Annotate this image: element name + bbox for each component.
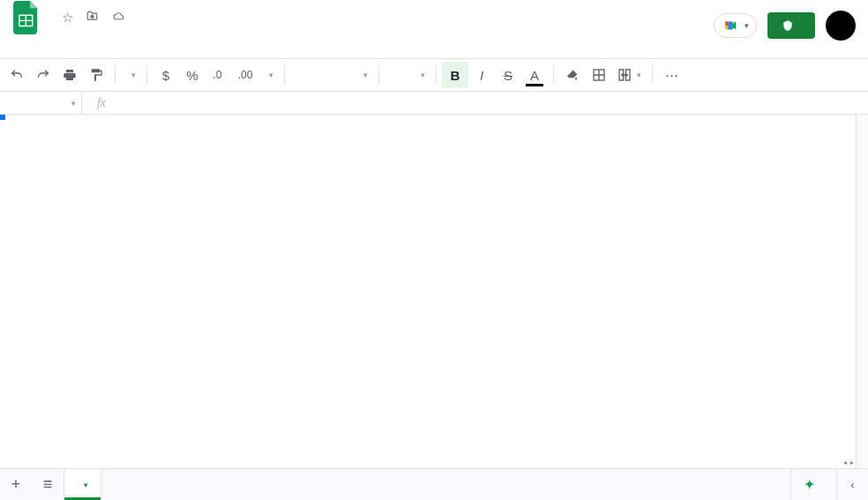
sheet-tab-bar: + ≡ ▾ ✦ ‹ (0, 468, 868, 500)
undo-button[interactable] (4, 62, 30, 88)
cloud-status-icon[interactable] (111, 10, 126, 26)
all-sheets-button[interactable]: ≡ (32, 475, 64, 494)
horizontal-scroll-nav[interactable]: ◂ ▸ (829, 457, 868, 467)
name-box[interactable]: ▾ (0, 92, 82, 114)
zoom-dropdown[interactable]: ▾ (121, 71, 141, 79)
fx-icon: fx (82, 96, 121, 110)
paint-format-button[interactable] (83, 62, 109, 88)
last-edit-link[interactable] (217, 41, 233, 49)
sheet-tab-sheet1[interactable]: ▾ (64, 469, 101, 500)
menu-view[interactable] (88, 41, 104, 49)
print-button[interactable] (56, 62, 83, 88)
text-color-button[interactable]: A (521, 62, 548, 88)
redo-button[interactable] (30, 62, 56, 88)
share-button[interactable] (767, 12, 815, 39)
menu-bar (53, 34, 233, 56)
vertical-scrollbar[interactable] (856, 115, 868, 468)
menu-insert[interactable] (106, 41, 122, 49)
currency-button[interactable]: $ (153, 62, 179, 88)
italic-button[interactable]: I (468, 62, 495, 88)
spreadsheet-grid[interactable] (0, 115, 856, 468)
sheets-logo-icon[interactable] (9, 0, 44, 35)
menu-format[interactable] (123, 41, 139, 49)
menu-edit[interactable] (71, 41, 86, 49)
add-sheet-button[interactable]: + (0, 475, 32, 494)
formula-bar: ▾ fx (0, 92, 868, 115)
increase-decimal-button[interactable]: .00 (232, 62, 258, 88)
decrease-decimal-button[interactable]: .0 (206, 62, 232, 88)
menu-data[interactable] (141, 41, 157, 49)
percent-button[interactable]: % (179, 62, 206, 88)
menu-tools[interactable] (159, 41, 175, 49)
more-toolbar-button[interactable]: ⋯ (658, 62, 685, 88)
borders-button[interactable] (586, 62, 612, 88)
meet-button[interactable]: ▾ (714, 13, 757, 38)
bold-button[interactable]: B (442, 62, 468, 88)
toolbar: ▾ $ % .0 .00 ▾ ▾ ▾ B I S A ▾ ⋯ (0, 58, 868, 92)
font-size-dropdown[interactable]: ▾ (385, 71, 430, 79)
font-dropdown[interactable]: ▾ (290, 71, 373, 79)
side-panel-toggle[interactable]: ‹ (836, 469, 868, 500)
menu-help[interactable] (194, 41, 210, 49)
menu-extensions[interactable] (176, 41, 192, 49)
merge-cells-button[interactable]: ▾ (612, 68, 647, 82)
strikethrough-button[interactable]: S (495, 62, 521, 88)
star-icon[interactable]: ☆ (62, 10, 73, 26)
account-avatar[interactable] (826, 11, 856, 41)
menu-file[interactable] (53, 41, 69, 49)
move-icon[interactable] (86, 10, 99, 26)
explore-button[interactable]: ✦ (790, 469, 836, 500)
number-format-dropdown[interactable]: ▾ (258, 71, 279, 79)
fill-color-button[interactable] (559, 62, 586, 88)
